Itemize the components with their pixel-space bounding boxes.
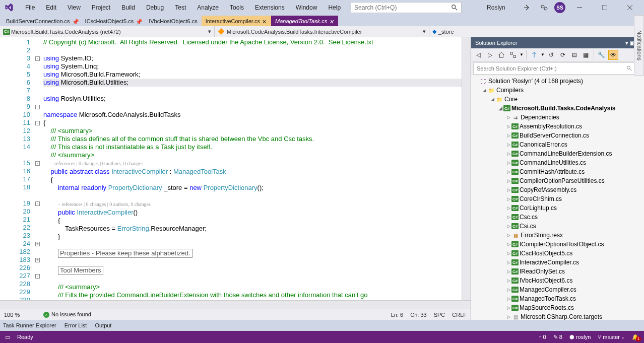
tree-row[interactable]: ▷C#IReadOnlySet.cs — [471, 267, 644, 276]
fold-toggle[interactable]: - — [35, 121, 40, 125]
expander-icon[interactable]: ▷ — [505, 124, 511, 129]
maximize-button[interactable] — [594, 1, 616, 15]
fold-toggle[interactable]: + — [35, 242, 40, 246]
repository-indicator[interactable]: ⬢ roslyn — [569, 334, 591, 340]
menu-test[interactable]: Test — [170, 2, 191, 13]
tree-row[interactable]: ◢C#Microsoft.Build.Tasks.CodeAnalysis — [471, 104, 644, 113]
tree-row[interactable]: ⛶Solution 'Roslyn' (4 of 168 projects) — [471, 77, 644, 86]
menu-help[interactable]: Help — [323, 2, 346, 13]
expander-icon[interactable]: ▷ — [505, 314, 511, 319]
menu-file[interactable]: File — [20, 2, 40, 13]
switch-views-button[interactable] — [508, 50, 518, 60]
horizontal-scrollbar[interactable] — [0, 300, 471, 309]
menu-project[interactable]: Project — [87, 2, 115, 13]
tree-row[interactable]: ▷▤Microsoft.CSharp.Core.targets — [471, 312, 644, 320]
feedback-icon[interactable] — [537, 2, 551, 14]
close-icon[interactable]: ✕ — [329, 19, 334, 24]
zoom-level[interactable]: 100 % — [4, 312, 36, 318]
minimize-button[interactable] — [568, 1, 591, 15]
menu-edit[interactable]: Edit — [41, 2, 61, 13]
fold-toggle[interactable]: - — [35, 56, 40, 61]
search-input[interactable] — [354, 4, 451, 11]
pin-icon[interactable]: 📌 — [136, 19, 141, 24]
document-tab[interactable]: ManagedToolTask.cs✕ — [271, 16, 338, 26]
menu-window[interactable]: Window — [291, 2, 323, 13]
expander-icon[interactable]: ◢ — [489, 97, 495, 102]
solution-tree[interactable]: ⛶Solution 'Roslyn' (4 of 168 projects)◢📁… — [471, 76, 644, 320]
home-button[interactable] — [496, 50, 506, 60]
fold-toggle[interactable]: - — [35, 161, 40, 166]
fold-toggle[interactable]: - — [35, 105, 40, 109]
tool-window-tab[interactable]: Output — [95, 322, 111, 328]
code-text-area[interactable]: // Copyright (c) Microsoft. All Rights R… — [43, 37, 462, 300]
expander-icon[interactable]: ▷ — [505, 187, 511, 192]
tree-row[interactable]: ▷C#AssemblyResolution.cs — [471, 122, 644, 131]
expander-icon[interactable]: ▷ — [505, 242, 511, 247]
back-button[interactable]: ◁ — [473, 50, 483, 60]
tree-row[interactable]: ▷⇉Dependencies — [471, 113, 644, 122]
expander-icon[interactable]: ▷ — [505, 178, 511, 183]
expander-icon[interactable]: ▷ — [505, 205, 511, 211]
tree-row[interactable]: ▷C#Csc.cs — [471, 213, 644, 222]
document-tab[interactable]: BuildServerConnection.cs📌 — [2, 16, 81, 26]
menu-tools[interactable]: Tools — [225, 2, 249, 13]
pending-changes-filter-button[interactable] — [529, 50, 539, 60]
vertical-scrollbar[interactable] — [462, 37, 471, 300]
tree-row[interactable]: ▷C#Csi.cs — [471, 222, 644, 231]
chevron-down-icon[interactable]: ▼ — [520, 52, 524, 57]
expander-icon[interactable]: ▷ — [505, 169, 511, 174]
nav-member-combo[interactable]: ◆ _store ▾ — [429, 26, 644, 37]
fold-toggle[interactable]: - — [35, 201, 40, 206]
pin-icon[interactable]: 📌 — [72, 19, 77, 24]
menu-view[interactable]: View — [62, 2, 86, 13]
menu-extensions[interactable]: Extensions — [250, 2, 290, 13]
issues-indicator[interactable]: ✓No issues found — [43, 311, 91, 318]
tree-row[interactable]: ▷C#ManagedToolTask.cs — [471, 294, 644, 303]
tree-row[interactable]: ▷C#CommitHashAttribute.cs — [471, 167, 644, 176]
panel-dropdown-icon[interactable]: ▾ — [625, 40, 628, 46]
tree-row[interactable]: ▷C#CanonicalError.cs — [471, 140, 644, 149]
tree-row[interactable]: ▷C#InteractiveCompiler.cs — [471, 258, 644, 267]
tool-window-tab[interactable]: Task Runner Explorer — [3, 322, 56, 328]
notifications-button[interactable]: 🔔1 — [632, 334, 639, 340]
tree-row[interactable]: ▷C#CommandLineUtilities.cs — [471, 158, 644, 167]
output-window-icon[interactable]: ▭ — [5, 334, 10, 340]
tree-row[interactable]: ▷C#CopyRefAssembly.cs — [471, 185, 644, 194]
tree-row[interactable]: ▷C#CoreClrShim.cs — [471, 194, 644, 203]
menu-analyze[interactable]: Analyze — [192, 2, 224, 13]
preview-button[interactable]: 👁 — [608, 50, 618, 60]
tree-row[interactable]: ▷C#CompilerOptionParseUtilities.cs — [471, 176, 644, 185]
expander-icon[interactable]: ▷ — [505, 160, 511, 165]
live-share-icon[interactable] — [520, 2, 534, 14]
menu-build[interactable]: Build — [116, 2, 140, 13]
expander-icon[interactable]: ▷ — [505, 305, 511, 310]
tree-row[interactable]: ▷C#ICscHostObject5.cs — [471, 249, 644, 258]
tree-row[interactable]: ▷C#CommandLineBuilderExtension.cs — [471, 149, 644, 158]
expander-icon[interactable]: ▷ — [505, 260, 511, 265]
tree-row[interactable]: ▷C#IVbcHostObject6.cs — [471, 276, 644, 285]
expander-icon[interactable]: ▷ — [505, 133, 511, 138]
whitespace-mode[interactable]: SPC — [434, 312, 445, 318]
tree-row[interactable]: ◢📁Compilers — [471, 86, 644, 95]
code-editor[interactable]: 1234567891011121314 15161718 19202122232… — [0, 37, 471, 300]
nav-class-combo[interactable]: 🔶 Microsoft.CodeAnalysis.BuildTasks.Inte… — [215, 26, 429, 37]
expander-icon[interactable]: ▷ — [505, 251, 511, 256]
close-icon[interactable]: ✕ — [262, 19, 267, 24]
tool-window-tab[interactable]: Error List — [65, 322, 87, 328]
chevron-down-icon[interactable]: ▼ — [541, 52, 545, 57]
properties-button[interactable]: 🔧 — [597, 50, 607, 60]
fold-toggle[interactable]: + — [35, 258, 40, 262]
sync-button[interactable]: ↺ — [546, 50, 556, 60]
expander-icon[interactable]: ▷ — [505, 269, 511, 274]
solution-explorer-search[interactable]: ▼ — [473, 62, 642, 75]
show-all-files-button[interactable]: ▦ — [581, 50, 591, 60]
menu-debug[interactable]: Debug — [141, 2, 169, 13]
solution-search-input[interactable] — [477, 65, 626, 72]
document-tab[interactable]: InteractiveCompiler.cs✕ — [202, 16, 271, 26]
tree-row[interactable]: ▷C#BuildServerConnection.cs — [471, 131, 644, 140]
expander-icon[interactable]: ◢ — [481, 88, 487, 93]
tree-row[interactable]: ▷C#ICompilerOptionsHostObject.cs — [471, 240, 644, 249]
account-name[interactable]: Roslyn — [482, 2, 510, 13]
refresh-button[interactable]: ⟳ — [558, 50, 568, 60]
expander-icon[interactable]: ▷ — [505, 224, 511, 229]
